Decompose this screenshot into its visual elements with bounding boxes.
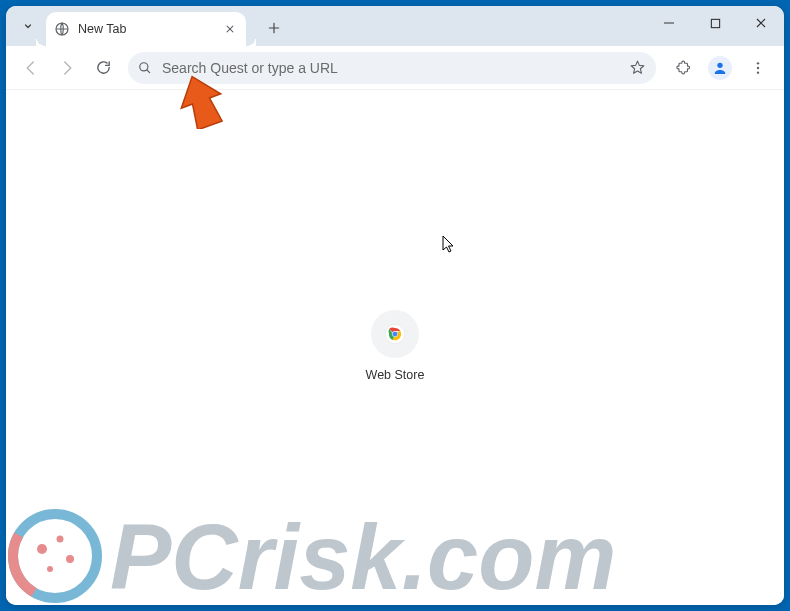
- shortcut-icon: [371, 310, 419, 358]
- omnibox[interactable]: [128, 52, 656, 84]
- forward-button[interactable]: [52, 53, 82, 83]
- chevron-down-icon: [22, 20, 34, 32]
- close-window-button[interactable]: [738, 6, 784, 40]
- address-input[interactable]: [162, 60, 619, 76]
- star-icon: [629, 59, 646, 76]
- minimize-button[interactable]: [646, 6, 692, 40]
- search-icon: [138, 61, 152, 75]
- menu-button[interactable]: [742, 52, 774, 84]
- reload-button[interactable]: [88, 53, 118, 83]
- close-icon: [755, 17, 767, 29]
- close-icon: [225, 24, 235, 34]
- maximize-button[interactable]: [692, 6, 738, 40]
- svg-point-3: [717, 62, 722, 67]
- maximize-icon: [710, 18, 721, 29]
- browser-window: New Tab: [6, 6, 784, 605]
- shortcut-label: Web Store: [366, 368, 425, 382]
- arrow-left-icon: [22, 59, 40, 77]
- active-tab[interactable]: New Tab: [46, 12, 246, 46]
- new-tab-button[interactable]: [260, 14, 288, 42]
- toolbar: [6, 46, 784, 90]
- kebab-icon: [750, 60, 766, 76]
- extensions-button[interactable]: [666, 52, 698, 84]
- puzzle-icon: [674, 59, 691, 76]
- page-content: Web Store: [6, 90, 784, 605]
- svg-point-5: [757, 66, 759, 68]
- titlebar: New Tab: [6, 6, 784, 46]
- shortcut-grid: Web Store: [345, 310, 445, 382]
- bookmark-button[interactable]: [629, 59, 646, 76]
- plus-icon: [267, 21, 281, 35]
- back-button[interactable]: [16, 53, 46, 83]
- person-icon: [712, 60, 728, 76]
- profile-button[interactable]: [704, 52, 736, 84]
- shortcut-web-store[interactable]: Web Store: [345, 310, 445, 382]
- globe-icon: [54, 21, 70, 37]
- svg-rect-1: [711, 19, 719, 27]
- tab-close-button[interactable]: [222, 21, 238, 37]
- tab-title: New Tab: [78, 22, 214, 36]
- minimize-icon: [663, 17, 675, 29]
- arrow-right-icon: [58, 59, 76, 77]
- svg-point-4: [757, 62, 759, 64]
- cursor-icon: [442, 235, 456, 255]
- profile-avatar: [708, 56, 732, 80]
- svg-point-6: [757, 71, 759, 73]
- window-controls: [646, 6, 784, 40]
- chrome-icon: [385, 324, 405, 344]
- reload-icon: [95, 59, 112, 76]
